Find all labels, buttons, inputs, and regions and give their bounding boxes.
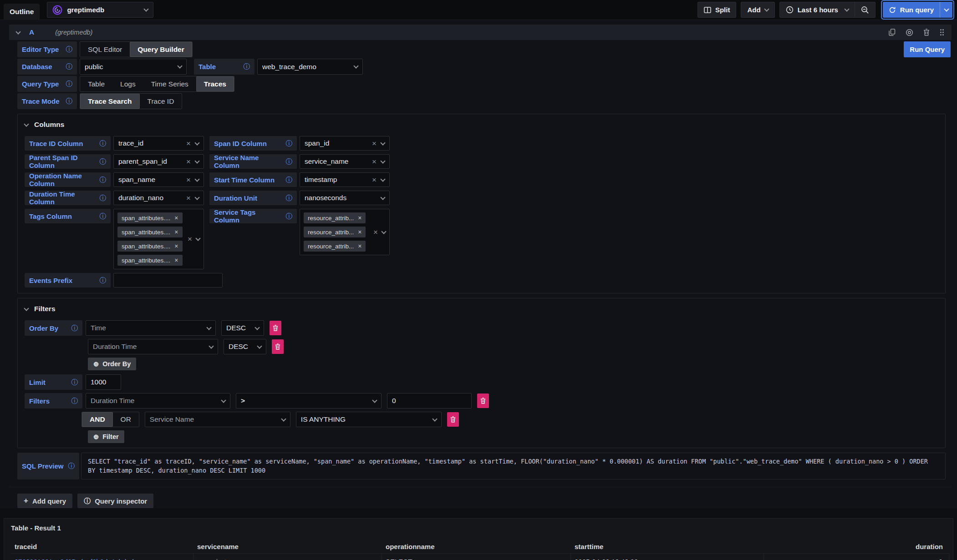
duration-unit-select[interactable]: nanoseconds	[300, 191, 390, 205]
start-time-column-select[interactable]: timestamp ×	[300, 172, 390, 187]
filter-operator-select[interactable]: IS ANYTHING	[296, 412, 442, 427]
results-title: Table - Result 1	[11, 524, 949, 532]
time-picker-group: Last 6 hours	[779, 2, 876, 18]
clear-icon[interactable]: ×	[372, 140, 377, 147]
zoom-out-time-button[interactable]	[855, 2, 875, 17]
datasource-picker[interactable]: greptimedb	[47, 2, 153, 18]
clear-icon[interactable]: ×	[373, 228, 378, 236]
trace-id-column-select[interactable]: trace_id ×	[113, 136, 204, 151]
parent-span-id-column-select[interactable]: parent_span_id ×	[113, 154, 204, 169]
run-query-options-caret[interactable]	[940, 2, 952, 18]
filter-operator-select[interactable]: >	[236, 393, 382, 409]
database-select[interactable]: public	[80, 59, 187, 75]
chevron-down-icon	[844, 6, 849, 11]
operation-name-column-select[interactable]: span_name ×	[113, 172, 204, 187]
query-type-table[interactable]: Table	[80, 76, 112, 91]
column-header-duration[interactable]: duration	[764, 540, 949, 553]
trace-id-column-label: Trace ID Columnⓘ	[25, 136, 111, 151]
order-by-field-select[interactable]: Time	[86, 320, 216, 336]
duration-time-column-select[interactable]: duration_nano ×	[113, 191, 204, 205]
filter-field-select[interactable]: Duration Time	[86, 393, 230, 409]
columns-section-title: Columns	[34, 121, 64, 129]
drag-handle-icon[interactable]	[940, 29, 944, 36]
editor-type-query-builder[interactable]: Query Builder	[130, 42, 192, 57]
remove-tag-icon[interactable]: ×	[174, 242, 178, 250]
servicename-cell: myproject	[193, 554, 382, 560]
info-icon: ⓘ	[286, 194, 293, 202]
column-header-servicename[interactable]: servicename	[193, 540, 382, 553]
table-select[interactable]: web_trace_demo	[257, 59, 363, 75]
add-button[interactable]: Add	[741, 2, 774, 18]
trace-id-link[interactable]: 3768831301ea0d65adaef8b9da1cbded	[11, 554, 193, 560]
events-prefix-input[interactable]	[113, 273, 223, 288]
conjunction-or[interactable]: OR	[113, 412, 139, 427]
clear-icon[interactable]: ×	[186, 176, 191, 184]
conjunction-and[interactable]: AND	[82, 412, 113, 427]
order-by-field-select[interactable]: Duration Time	[88, 339, 218, 354]
query-type-toggle: Table Logs Time Series Traces	[80, 76, 234, 92]
remove-tag-icon[interactable]: ×	[358, 214, 361, 222]
chevron-down-icon	[380, 195, 385, 200]
clear-icon[interactable]: ×	[186, 194, 191, 202]
filter-row-1: Filtersⓘ Duration Time >	[25, 393, 938, 409]
run-query-toolbar-button[interactable]: Run query	[883, 2, 940, 18]
add-query-button[interactable]: + Add query	[17, 494, 72, 508]
clear-icon[interactable]: ×	[186, 140, 191, 147]
column-header-operationname[interactable]: operationname	[382, 540, 571, 553]
remove-filter-button[interactable]	[447, 412, 459, 427]
duplicate-query-icon[interactable]	[889, 29, 896, 36]
clear-icon[interactable]: ×	[186, 158, 191, 166]
query-inspector-button[interactable]: ⓘ Query inspector	[77, 494, 153, 508]
filters-section-header[interactable]: Filters	[25, 302, 938, 316]
order-by-direction-select[interactable]: DESC	[224, 339, 266, 354]
add-filter-button[interactable]: ⊕ Filter	[88, 430, 124, 443]
remove-query-icon[interactable]	[923, 29, 930, 36]
query-type-time-series[interactable]: Time Series	[143, 76, 196, 91]
remove-tag-icon[interactable]: ×	[358, 228, 361, 236]
remove-order-by-button[interactable]	[270, 321, 281, 335]
remove-tag-icon[interactable]: ×	[174, 214, 178, 222]
order-by-direction-select[interactable]: DESC	[221, 320, 264, 336]
clear-icon[interactable]: ×	[188, 235, 192, 243]
info-icon: ⓘ	[71, 324, 78, 333]
remove-tag-icon[interactable]: ×	[174, 228, 178, 236]
query-type-label: Query Typeⓘ	[17, 76, 77, 92]
trace-mode-trace-search[interactable]: Trace Search	[80, 94, 140, 109]
remove-filter-button[interactable]	[477, 394, 489, 408]
limit-input[interactable]	[86, 374, 121, 390]
filter-value-input[interactable]	[387, 393, 472, 409]
time-range-button[interactable]: Last 6 hours	[780, 2, 855, 17]
query-editor-panel: A (greptimedb) Editor Typeⓘ SQL Editor Q…	[0, 20, 957, 508]
columns-section-header[interactable]: Columns	[25, 118, 938, 131]
add-order-by-button[interactable]: ⊕ Order By	[88, 358, 136, 370]
query-type-logs[interactable]: Logs	[112, 76, 143, 91]
hide-query-icon[interactable]	[906, 29, 913, 36]
query-type-traces[interactable]: Traces	[196, 76, 234, 91]
column-header-starttime[interactable]: starttime	[571, 540, 764, 553]
column-header-traceid[interactable]: traceid	[11, 540, 193, 553]
remove-order-by-button[interactable]	[272, 339, 284, 354]
run-query-button[interactable]: Run Query	[904, 41, 951, 57]
tags-column-multiselect[interactable]: span_attributes....× span_attributes....…	[113, 209, 204, 269]
remove-tag-icon[interactable]: ×	[358, 242, 361, 250]
table-row: 3768831301ea0d65adaef8b9da1cbded myproje…	[11, 554, 949, 560]
remove-tag-icon[interactable]: ×	[174, 257, 178, 264]
service-tags-column-multiselect[interactable]: resource_attrib...× resource_attrib...× …	[300, 209, 390, 255]
service-name-column-select[interactable]: service_name ×	[300, 154, 390, 169]
clear-icon[interactable]: ×	[372, 176, 377, 184]
chevron-down-icon	[221, 398, 226, 403]
filter-field-select[interactable]: Service Name	[145, 412, 290, 427]
outline-toggle[interactable]: Outline	[4, 4, 40, 20]
trace-mode-trace-id[interactable]: Trace ID	[140, 94, 182, 109]
span-id-column-select[interactable]: span_id ×	[300, 136, 390, 151]
trace-mode-row: Trace Modeⓘ Trace Search Trace ID	[17, 93, 952, 109]
chevron-down-icon	[944, 6, 949, 11]
order-by-row-2: Duration Time DESC	[88, 339, 938, 354]
split-button[interactable]: Split	[697, 2, 737, 18]
editor-type-sql-editor[interactable]: SQL Editor	[80, 42, 130, 57]
collapse-query-icon[interactable]	[15, 29, 20, 34]
clear-icon[interactable]: ×	[372, 158, 377, 166]
trace-mode-toggle: Trace Search Trace ID	[80, 93, 182, 109]
info-icon: ⓘ	[100, 276, 107, 285]
service-tag-pill: resource_attrib...×	[304, 212, 366, 223]
